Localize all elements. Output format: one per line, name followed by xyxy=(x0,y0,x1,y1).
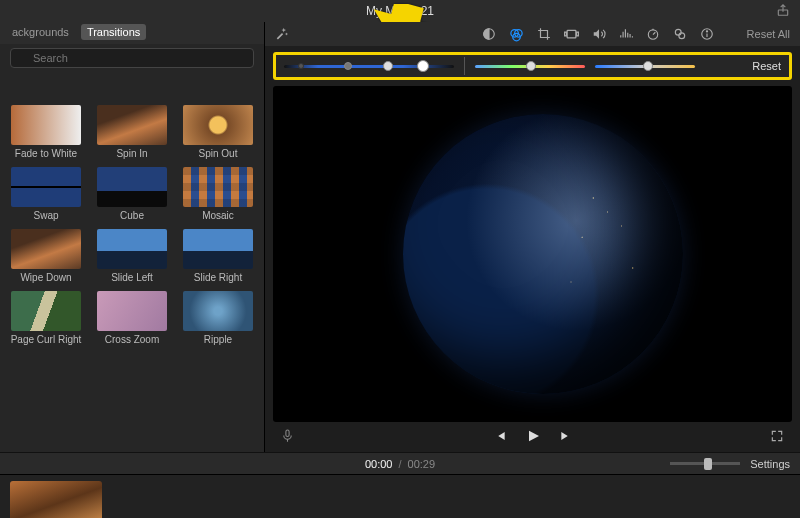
playback-controls xyxy=(265,422,800,452)
transition-item[interactable]: Page Curl Right xyxy=(8,291,84,345)
next-button[interactable] xyxy=(559,429,573,446)
preview-content xyxy=(403,114,683,394)
crop-icon[interactable] xyxy=(537,27,551,41)
time-current: 00:00 xyxy=(365,458,393,470)
svg-rect-17 xyxy=(286,430,289,436)
transition-label: Slide Right xyxy=(194,272,242,283)
tab-transitions[interactable]: Transitions xyxy=(81,24,146,40)
speed-icon[interactable] xyxy=(646,27,660,41)
transition-item[interactable]: Mosaic xyxy=(180,167,256,221)
tab-backgrounds[interactable]: ackgrounds xyxy=(6,24,75,40)
transition-thumb[interactable] xyxy=(183,291,253,331)
svg-point-13 xyxy=(678,33,684,39)
transition-thumb[interactable] xyxy=(11,105,81,145)
transition-label: Ripple xyxy=(204,334,232,345)
transition-item[interactable]: Spin Out xyxy=(180,105,256,159)
voiceover-icon[interactable] xyxy=(281,429,294,446)
transition-item[interactable]: Fade to White xyxy=(8,105,84,159)
timeline[interactable] xyxy=(0,474,800,518)
stabilize-icon[interactable] xyxy=(564,28,579,40)
transition-label: Spin Out xyxy=(199,148,238,159)
transition-item[interactable]: Slide Right xyxy=(180,229,256,283)
divider xyxy=(464,57,465,75)
transition-label: Page Curl Right xyxy=(11,334,82,345)
transition-label: Mosaic xyxy=(202,210,234,221)
transition-item[interactable]: Spin In xyxy=(94,105,170,159)
svg-rect-10 xyxy=(576,32,578,36)
transition-label: Cube xyxy=(120,210,144,221)
transition-thumb[interactable] xyxy=(97,291,167,331)
transitions-browser: ackgrounds Transitions Fade to WhiteSpin… xyxy=(0,22,265,452)
info-icon[interactable] xyxy=(700,27,714,41)
svg-point-12 xyxy=(675,29,681,35)
saturation-slider[interactable] xyxy=(475,60,585,72)
color-balance-icon[interactable] xyxy=(482,27,496,41)
transition-thumb[interactable] xyxy=(183,229,253,269)
project-title: My Movie 21 xyxy=(366,4,434,18)
transition-item[interactable]: Swap xyxy=(8,167,84,221)
search-input[interactable] xyxy=(10,48,254,68)
transition-thumb[interactable] xyxy=(97,167,167,207)
noise-icon[interactable] xyxy=(619,27,633,41)
transition-label: Cross Zoom xyxy=(105,334,159,345)
filters-icon[interactable] xyxy=(673,27,687,41)
reset-color-button[interactable]: Reset xyxy=(752,60,781,72)
transition-item[interactable]: Ripple xyxy=(180,291,256,345)
play-button[interactable] xyxy=(525,428,541,447)
share-icon[interactable] xyxy=(776,3,790,20)
time-sep: / xyxy=(398,458,401,470)
titlebar: My Movie 21 xyxy=(0,0,800,22)
transition-item[interactable]: Slide Left xyxy=(94,229,170,283)
transition-label: Spin In xyxy=(116,148,147,159)
transition-thumb[interactable] xyxy=(11,167,81,207)
temperature-slider[interactable] xyxy=(595,60,695,72)
prev-button[interactable] xyxy=(493,429,507,446)
transition-label: Wipe Down xyxy=(20,272,71,283)
transition-thumb[interactable] xyxy=(183,167,253,207)
transition-thumb[interactable] xyxy=(183,105,253,145)
reset-all-button[interactable]: Reset All xyxy=(727,28,790,40)
time-total: 00:29 xyxy=(408,458,436,470)
svg-point-16 xyxy=(706,31,707,32)
color-correction-panel: Reset xyxy=(273,52,792,80)
preview-pane: Reset All Reset xyxy=(265,22,800,452)
transition-thumb[interactable] xyxy=(97,229,167,269)
transition-thumb[interactable] xyxy=(11,229,81,269)
svg-rect-8 xyxy=(567,30,576,38)
transition-thumb[interactable] xyxy=(11,291,81,331)
transition-label: Slide Left xyxy=(111,272,153,283)
color-correction-icon[interactable] xyxy=(509,27,524,42)
transition-item[interactable]: Cube xyxy=(94,167,170,221)
settings-button[interactable]: Settings xyxy=(750,458,790,470)
volume-icon[interactable] xyxy=(592,27,606,41)
transition-item[interactable]: Wipe Down xyxy=(8,229,84,283)
zoom-slider[interactable] xyxy=(670,459,740,469)
inspector-toolbar: Reset All xyxy=(265,22,800,46)
exposure-slider[interactable] xyxy=(284,60,454,72)
inspector-icons: Reset All xyxy=(482,27,790,42)
transition-item[interactable]: Cross Zoom xyxy=(94,291,170,345)
sidebar-tabs: ackgrounds Transitions xyxy=(0,22,264,44)
video-viewer[interactable] xyxy=(273,86,792,422)
transition-label: Swap xyxy=(33,210,58,221)
transitions-grid: Fade to WhiteSpin InSpin OutSwapCubeMosa… xyxy=(0,99,264,452)
fullscreen-icon[interactable] xyxy=(770,429,784,445)
transition-thumb[interactable] xyxy=(97,105,167,145)
timeline-info-bar: 00:00 / 00:29 Settings xyxy=(0,452,800,474)
timeline-clip[interactable] xyxy=(10,481,102,518)
wand-icon[interactable] xyxy=(275,26,289,43)
svg-rect-9 xyxy=(564,32,566,36)
transition-label: Fade to White xyxy=(15,148,77,159)
